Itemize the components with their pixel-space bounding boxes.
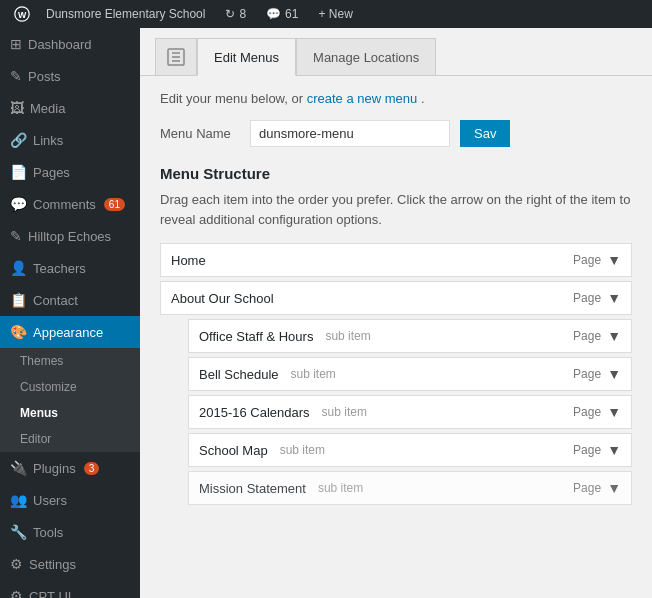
school-map-chevron-icon: ▼ xyxy=(607,442,621,458)
sidebar-item-appearance[interactable]: 🎨 Appearance xyxy=(0,316,140,348)
sidebar-item-posts[interactable]: ✎ Posts xyxy=(0,60,140,92)
about-item-label: About Our School xyxy=(171,291,274,306)
sidebar-subitem-menus[interactable]: Menus xyxy=(0,400,140,426)
updates-item[interactable]: ↻ 8 xyxy=(215,0,256,28)
plugins-badge: 3 xyxy=(84,462,100,475)
menu-structure-title: Menu Structure xyxy=(160,165,632,182)
tools-icon: 🔧 xyxy=(10,524,27,540)
menu-name-label: Menu Name xyxy=(160,126,240,141)
sidebar-item-plugins[interactable]: 🔌 Plugins 3 xyxy=(0,452,140,484)
new-content-item[interactable]: + New xyxy=(308,0,362,28)
school-map-tag: sub item xyxy=(280,443,325,457)
home-chevron-icon: ▼ xyxy=(607,252,621,268)
admin-bar: W Dunsmore Elementary School ↻ 8 💬 61 + … xyxy=(0,0,652,28)
settings-icon: ⚙ xyxy=(10,556,23,572)
menu-item-bell-schedule[interactable]: Bell Schedule sub item Page ▼ xyxy=(188,357,632,391)
calendars-tag: sub item xyxy=(322,405,367,419)
content-inner: Edit your menu below, or create a new me… xyxy=(140,76,652,524)
menu-items-list: Home Page ▼ About Our School Page ▼ xyxy=(160,243,632,505)
sidebar-item-hilltop-echoes[interactable]: ✎ Hilltop Echoes xyxy=(0,220,140,252)
bell-schedule-label: Bell Schedule xyxy=(199,367,279,382)
create-new-menu-link[interactable]: create a new menu xyxy=(307,91,418,106)
sidebar-subitem-customize[interactable]: Customize xyxy=(0,374,140,400)
sidebar-item-tools[interactable]: 🔧 Tools xyxy=(0,516,140,548)
about-chevron-icon: ▼ xyxy=(607,290,621,306)
tab-icon-area xyxy=(155,38,197,75)
calendars-chevron-icon: ▼ xyxy=(607,404,621,420)
comments-item[interactable]: 💬 61 xyxy=(256,0,308,28)
menu-name-input[interactable] xyxy=(250,120,450,147)
bell-schedule-chevron-icon: ▼ xyxy=(607,366,621,382)
menu-icon xyxy=(166,47,186,67)
save-button[interactable]: Sav xyxy=(460,120,510,147)
site-name[interactable]: Dunsmore Elementary School xyxy=(36,0,215,28)
menu-structure-desc: Drag each item into the order you prefer… xyxy=(160,190,632,229)
menu-item-calendars[interactable]: 2015-16 Calendars sub item Page ▼ xyxy=(188,395,632,429)
menu-item-home[interactable]: Home Page ▼ xyxy=(160,243,632,277)
media-icon: 🖼 xyxy=(10,100,24,116)
school-map-label: School Map xyxy=(199,443,268,458)
office-staff-label: Office Staff & Hours xyxy=(199,329,313,344)
mission-statement-tag: sub item xyxy=(318,481,363,495)
bell-schedule-tag: sub item xyxy=(291,367,336,381)
sidebar-item-dashboard[interactable]: ⊞ Dashboard xyxy=(0,28,140,60)
posts-icon: ✎ xyxy=(10,68,22,84)
sidebar-subitem-themes[interactable]: Themes xyxy=(0,348,140,374)
updates-icon: ↻ xyxy=(225,7,235,21)
sidebar-item-users[interactable]: 👥 Users xyxy=(0,484,140,516)
sidebar-item-links[interactable]: 🔗 Links xyxy=(0,124,140,156)
tab-edit-menus[interactable]: Edit Menus xyxy=(197,38,296,76)
sidebar-item-settings[interactable]: ⚙ Settings xyxy=(0,548,140,580)
main-layout: ⊞ Dashboard ✎ Posts 🖼 Media 🔗 Links 📄 Pa… xyxy=(0,28,652,598)
mission-statement-label: Mission Statement xyxy=(199,481,306,496)
sidebar-item-contact[interactable]: 📋 Contact xyxy=(0,284,140,316)
sidebar-item-cpt-ui[interactable]: ⚙ CPT UI xyxy=(0,580,140,598)
office-staff-chevron-icon: ▼ xyxy=(607,328,621,344)
office-staff-tag: sub item xyxy=(325,329,370,343)
tab-manage-locations[interactable]: Manage Locations xyxy=(296,38,436,75)
sidebar-item-comments[interactable]: 💬 Comments 61 xyxy=(0,188,140,220)
appearance-icon: 🎨 xyxy=(10,324,27,340)
sidebar-item-pages[interactable]: 📄 Pages xyxy=(0,156,140,188)
menu-item-mission-statement[interactable]: Mission Statement sub item Page ▼ xyxy=(188,471,632,505)
sidebar: ⊞ Dashboard ✎ Posts 🖼 Media 🔗 Links 📄 Pa… xyxy=(0,28,140,598)
content-area: Edit Menus Manage Locations Edit your me… xyxy=(140,28,652,598)
sidebar-item-media[interactable]: 🖼 Media xyxy=(0,92,140,124)
comments-badge: 61 xyxy=(104,198,125,211)
menu-item-about-our-school[interactable]: About Our School Page ▼ xyxy=(160,281,632,315)
hilltop-echoes-icon: ✎ xyxy=(10,228,22,244)
comments-sidebar-icon: 💬 xyxy=(10,196,27,212)
sidebar-item-teachers[interactable]: 👤 Teachers xyxy=(0,252,140,284)
plugins-icon: 🔌 xyxy=(10,460,27,476)
teachers-icon: 👤 xyxy=(10,260,27,276)
home-item-label: Home xyxy=(171,253,206,268)
sidebar-subitem-editor[interactable]: Editor xyxy=(0,426,140,452)
comments-icon: 💬 xyxy=(266,7,281,21)
links-icon: 🔗 xyxy=(10,132,27,148)
menu-item-office-staff[interactable]: Office Staff & Hours sub item Page ▼ xyxy=(188,319,632,353)
svg-text:W: W xyxy=(18,10,27,20)
wp-logo[interactable]: W xyxy=(8,0,36,28)
tabs-bar: Edit Menus Manage Locations xyxy=(140,28,652,76)
dashboard-icon: ⊞ xyxy=(10,36,22,52)
mission-statement-chevron-icon: ▼ xyxy=(607,480,621,496)
calendars-label: 2015-16 Calendars xyxy=(199,405,310,420)
menu-name-row: Menu Name Sav xyxy=(160,120,632,147)
appearance-submenu: Themes Customize Menus Editor xyxy=(0,348,140,452)
contact-icon: 📋 xyxy=(10,292,27,308)
pages-icon: 📄 xyxy=(10,164,27,180)
cpt-ui-icon: ⚙ xyxy=(10,588,23,598)
users-icon: 👥 xyxy=(10,492,27,508)
menu-item-school-map[interactable]: School Map sub item Page ▼ xyxy=(188,433,632,467)
edit-menu-description: Edit your menu below, or create a new me… xyxy=(160,91,632,106)
